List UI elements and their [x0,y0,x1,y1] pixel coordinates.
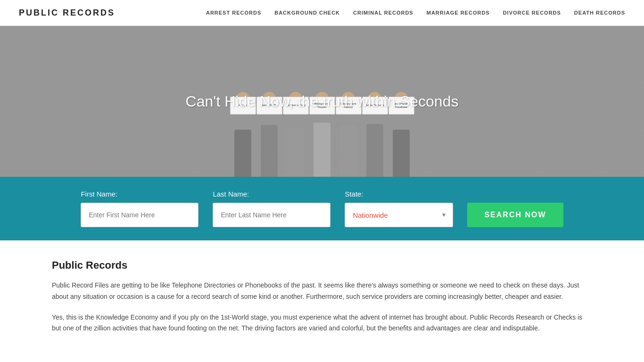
nav-death-records[interactable]: DEATH RECORDS [574,10,625,16]
person-body-3 [287,127,304,177]
content-paragraph-2: Yes, this is the Knowledge Economy and i… [52,312,592,335]
search-button[interactable]: SEARCH NOW [467,203,563,227]
hero-section: Assets Dating Profile Location History B… [0,26,644,177]
person-body-4 [314,123,330,177]
nav-criminal-records[interactable]: CRIMINAL RECORDS [353,10,413,16]
nav-arrest-records[interactable]: ARREST RECORDS [206,10,261,16]
state-field: State: Nationwide Alabama Alaska Arizona… [345,190,453,227]
first-name-input[interactable] [81,203,198,227]
main-nav: ARREST RECORDS BACKGROUND CHECK CRIMINAL… [206,10,625,16]
person-body-6 [366,124,383,177]
last-name-input[interactable] [213,203,330,227]
first-name-label: First Name: [81,190,117,198]
nav-background-check[interactable]: BACKGROUND CHECK [274,10,340,16]
person-body-5 [340,126,357,177]
state-select-wrapper: Nationwide Alabama Alaska Arizona Arkans… [345,203,453,227]
search-section: First Name: Last Name: State: Nationwide… [0,177,644,240]
nav-marriage-records[interactable]: MARRIAGE RECORDS [427,10,490,16]
state-select[interactable]: Nationwide Alabama Alaska Arizona Arkans… [345,203,453,227]
site-logo: PUBLIC RECORDS [19,8,115,18]
state-label: State: [345,190,363,198]
content-paragraph-1: Public Record Files are getting to be li… [52,280,592,303]
content-section: Public Records Public Record Files are g… [0,240,644,362]
person-body-1 [234,130,251,177]
hero-people: Assets Dating Profile Location History B… [157,64,487,177]
first-name-field: First Name: [81,190,198,227]
last-name-label: Last Name: [213,190,249,198]
person-body-7 [393,130,410,177]
last-name-field: Last Name: [213,190,330,227]
person-body-2 [261,125,278,177]
nav-divorce-records[interactable]: DIVORCE RECORDS [503,10,561,16]
header: PUBLIC RECORDS ARREST RECORDS BACKGROUND… [0,0,644,26]
hero-title: Can't Hide Now, the truth within Seconds [186,93,459,110]
content-heading: Public Records [52,259,592,272]
